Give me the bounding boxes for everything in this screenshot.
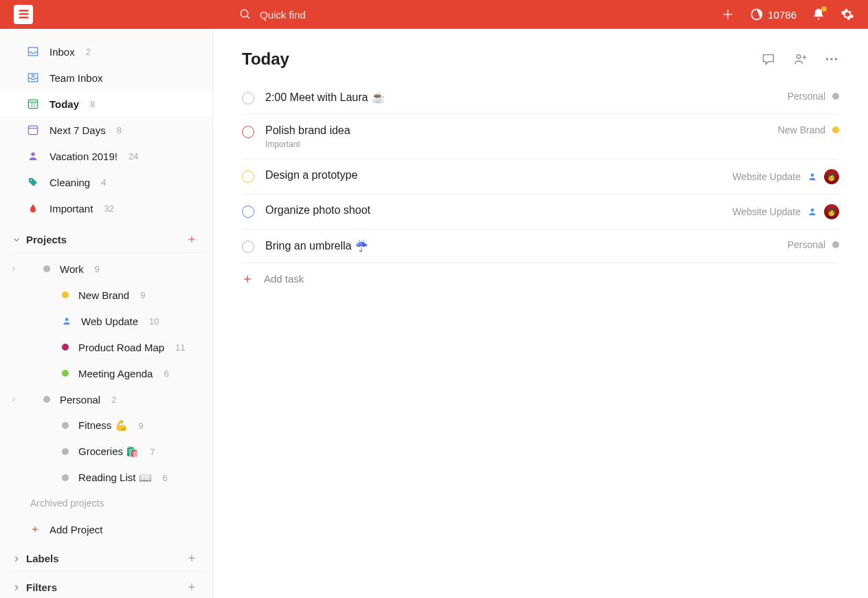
sidebar-item-inbox[interactable]: Inbox 2 [0, 38, 212, 65]
chevron-right-icon[interactable] [10, 395, 19, 403]
project-label: Meeting Agenda [78, 368, 153, 379]
sidebar-item-next-7-days[interactable]: Next 7 Days 8 [0, 117, 212, 143]
project-count: 9 [139, 421, 144, 431]
sidebar-item-vacation[interactable]: Vacation 2019! 24 [0, 143, 212, 169]
task-row[interactable]: Bring an umbrella ☔Personal [242, 230, 839, 263]
search[interactable]: Quick find [239, 8, 306, 21]
task-checkbox[interactable] [242, 206, 254, 218]
nav-label: Vacation 2019! [49, 151, 118, 162]
search-icon [239, 8, 252, 21]
nav-label: Cleaning [49, 177, 90, 188]
task-project: New Brand [778, 124, 825, 135]
add-label-icon[interactable] [186, 553, 199, 565]
task-title: Organize photo shoot [265, 204, 722, 217]
filters-header[interactable]: Filters [10, 575, 203, 598]
archived-projects-label[interactable]: Archived projects [0, 491, 212, 516]
sidebar-item-today[interactable]: 21 Today 8 [0, 91, 212, 117]
task-meta: New Brand [778, 124, 839, 135]
svg-rect-9 [28, 126, 37, 135]
project-color-dot [832, 126, 839, 133]
svg-point-30 [811, 173, 814, 177]
share-button[interactable] [792, 52, 808, 67]
task-meta: Personal [788, 239, 839, 250]
project-item[interactable]: Product Road Map11 [0, 334, 212, 360]
project-label: New Brand [78, 289, 129, 301]
project-item[interactable]: Meeting Agenda6 [0, 360, 212, 386]
settings-button[interactable] [841, 8, 854, 21]
nav-count: 24 [129, 151, 138, 162]
nav-label: Important [49, 203, 93, 214]
svg-point-14 [30, 179, 32, 181]
add-project-button[interactable]: Add Project [0, 516, 212, 543]
task-checkbox[interactable] [242, 170, 254, 183]
task-body: Polish brand ideaImportant [265, 124, 767, 149]
projects-header[interactable]: Projects [10, 227, 203, 253]
project-item[interactable]: Work9 [0, 256, 212, 282]
task-row[interactable]: Organize photo shootWebsite Update👩 [242, 195, 839, 230]
project-item[interactable]: Reading List 📖6 [0, 465, 212, 491]
nav-label: Inbox [49, 46, 75, 58]
task-row[interactable]: 2:00 Meet with Laura ☕Personal [242, 81, 839, 115]
nav-count: 4 [101, 177, 106, 188]
project-count: 2 [111, 395, 116, 405]
task-row[interactable]: Polish brand ideaImportantNew Brand [242, 115, 839, 159]
task-body: Organize photo shoot [265, 204, 722, 217]
comment-button[interactable] [761, 52, 776, 67]
plus-icon [30, 524, 40, 534]
sidebar-item-cleaning[interactable]: Cleaning 4 [0, 169, 212, 195]
task-checkbox[interactable] [242, 92, 254, 104]
search-placeholder: Quick find [260, 9, 306, 21]
calendar-icon [26, 123, 40, 137]
project-item[interactable]: Fitness 💪9 [0, 412, 212, 439]
nav-count: 2 [86, 47, 91, 57]
task-body: 2:00 Meet with Laura ☕ [265, 91, 777, 104]
task-meta: Personal [788, 91, 839, 102]
project-item[interactable]: Web Update10 [0, 308, 212, 334]
project-item[interactable]: Personal2 [0, 386, 212, 412]
svg-text:21: 21 [30, 102, 36, 107]
project-color-dot [43, 265, 50, 272]
add-task-button[interactable]: Add task [242, 263, 839, 294]
project-count: 7 [150, 447, 155, 457]
project-color-dot [62, 370, 69, 377]
project-color-dot [832, 241, 839, 248]
more-button[interactable] [824, 52, 839, 67]
sidebar-item-important[interactable]: Important 32 [0, 195, 212, 221]
sidebar-item-team-inbox[interactable]: Team Inbox [0, 65, 212, 91]
task-title: Polish brand idea [265, 124, 767, 137]
project-label: Fitness 💪 [78, 419, 128, 432]
app-logo[interactable] [14, 5, 33, 24]
svg-line-1 [247, 16, 249, 19]
task-title: 2:00 Meet with Laura ☕ [265, 91, 777, 104]
project-item[interactable]: New Brand9 [0, 282, 212, 308]
svg-point-0 [241, 10, 248, 17]
karma-counter[interactable]: 10786 [750, 8, 797, 21]
project-count: 9 [95, 264, 100, 274]
labels-header[interactable]: Labels [10, 546, 203, 572]
today-icon: 21 [26, 97, 40, 111]
nav-label: Next 7 Days [49, 124, 106, 136]
task-checkbox[interactable] [242, 241, 254, 253]
quick-add-button[interactable] [721, 8, 735, 21]
section-title: Labels [26, 553, 59, 564]
add-filter-icon[interactable] [186, 582, 199, 594]
chevron-right-icon [10, 552, 23, 566]
add-project-icon[interactable] [186, 234, 199, 246]
notifications-button[interactable] [812, 8, 825, 21]
project-color-dot [62, 344, 69, 351]
svg-point-29 [835, 58, 837, 60]
project-item[interactable]: Groceries 🛍️7 [0, 439, 212, 465]
project-label: Reading List 📖 [78, 472, 152, 484]
task-title: Design a prototype [265, 169, 722, 181]
task-row[interactable]: Design a prototypeWebsite Update👩 [242, 159, 839, 195]
notification-dot [821, 6, 827, 12]
nav-label: Team Inbox [49, 72, 103, 84]
assignee-avatar: 👩 [824, 204, 839, 219]
chevron-right-icon[interactable] [10, 265, 19, 273]
chevron-right-icon [10, 581, 23, 595]
task-checkbox[interactable] [242, 126, 254, 138]
project-color-dot [832, 93, 839, 100]
nav-count: 8 [117, 125, 122, 135]
svg-point-13 [31, 153, 34, 156]
assignee-avatar: 👩 [824, 169, 839, 184]
